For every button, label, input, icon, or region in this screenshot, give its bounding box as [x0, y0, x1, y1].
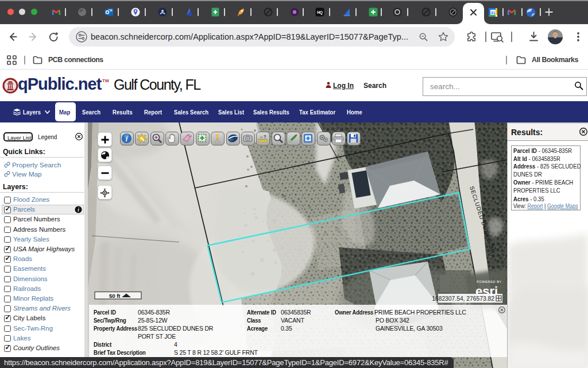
- svg-text:50 ft: 50 ft: [109, 293, 121, 299]
- svg-text:HQ: HQ: [317, 10, 323, 15]
- svg-text:31: 31: [490, 10, 495, 16]
- svg-text:1682307.54, 276573.82: 1682307.54, 276573.82: [432, 296, 494, 302]
- svg-text:POWERED BY: POWERED BY: [477, 280, 502, 283]
- svg-text:↔?: ↔?: [260, 134, 267, 139]
